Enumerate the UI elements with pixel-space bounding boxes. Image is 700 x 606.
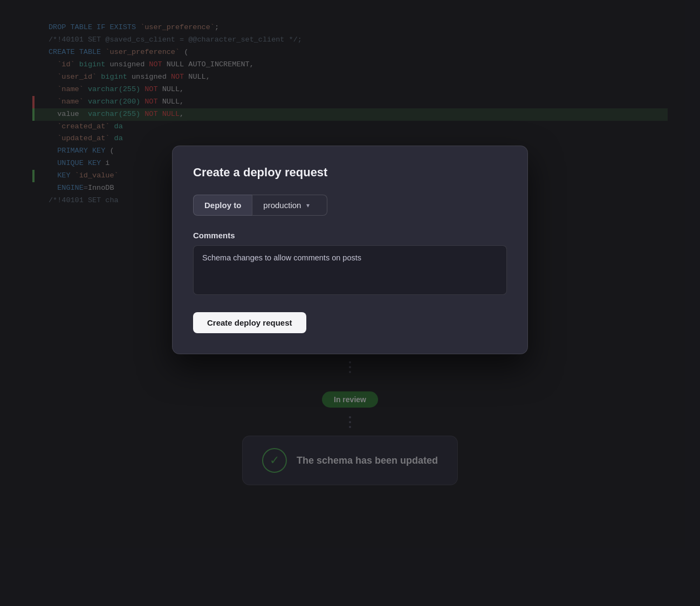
chevron-down-icon: ▾ (306, 202, 310, 209)
comments-textarea[interactable]: Schema changes to allow comments on post… (193, 245, 507, 295)
deploy-to-label: Deploy to (193, 195, 252, 216)
deploy-environment-value: production (263, 201, 301, 210)
modal-title: Create a deploy request (193, 166, 507, 180)
deploy-environment-select[interactable]: production ▾ (252, 195, 327, 216)
deploy-request-modal: Create a deploy request Deploy to produc… (172, 146, 528, 354)
comments-label: Comments (193, 231, 507, 240)
deploy-to-row: Deploy to production ▾ (193, 195, 507, 216)
create-deploy-request-button[interactable]: Create deploy request (193, 312, 306, 333)
